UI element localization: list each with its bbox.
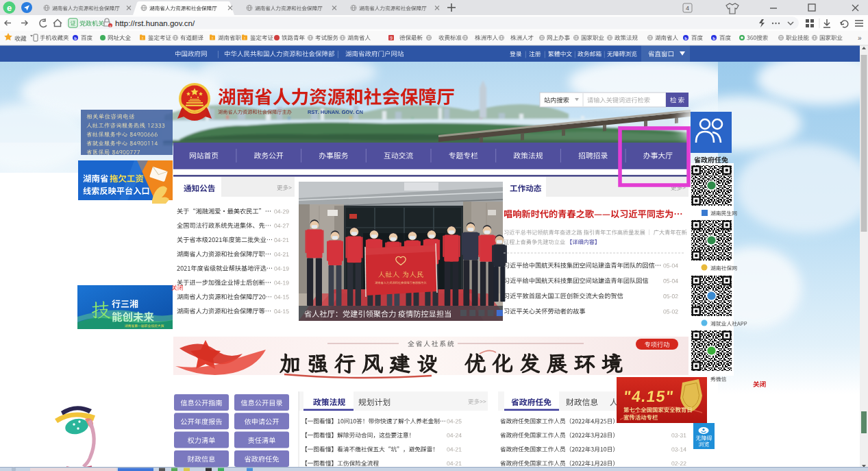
- svg-text:b: b: [712, 36, 715, 40]
- svg-text:b: b: [74, 36, 77, 40]
- svg-text:x: x: [110, 24, 112, 28]
- svg-text:»: »: [858, 34, 862, 42]
- svg-text:4: 4: [686, 5, 689, 12]
- svg-text:http://rst.hunan.gov.cn/: http://rst.hunan.gov.cn/: [115, 19, 195, 27]
- svg-text:b: b: [684, 36, 687, 40]
- svg-text:e: e: [7, 3, 12, 13]
- svg-text:9: 9: [390, 36, 393, 40]
